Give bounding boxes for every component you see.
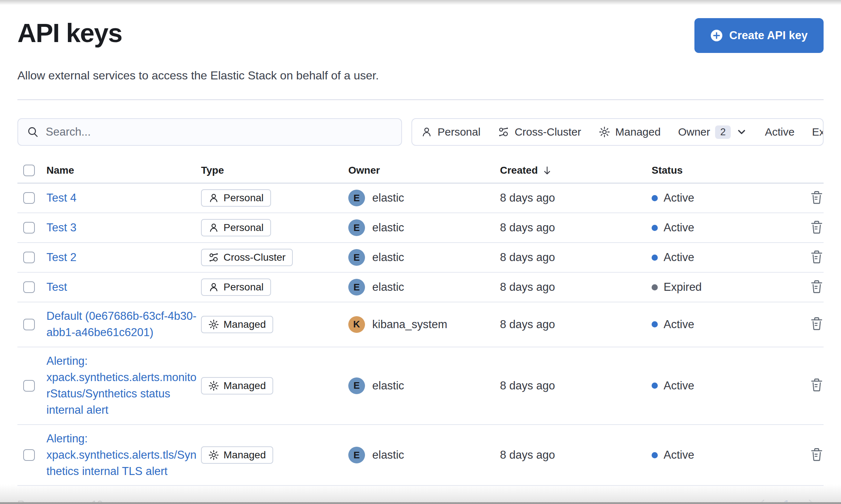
- gear-icon: [208, 319, 219, 330]
- api-key-name-link[interactable]: Test 2: [46, 249, 79, 266]
- owner-count-badge: 2: [715, 125, 731, 139]
- filter-expired-button[interactable]: Expired: [803, 119, 824, 145]
- delete-api-key-button[interactable]: [810, 191, 824, 206]
- created-cell: 8 days ago: [500, 191, 652, 205]
- column-header-owner: Owner: [348, 165, 500, 176]
- row-checkbox[interactable]: [23, 192, 35, 204]
- api-key-name-link[interactable]: Test 3: [46, 220, 79, 236]
- owner-avatar: E: [348, 447, 365, 463]
- table-row: Test 2 Cross-Cluster E elastic 8 days ag…: [17, 243, 824, 273]
- table-row: Alerting: xpack.synthetics.alerts.monito…: [17, 347, 824, 425]
- api-keys-page: API keys Create API key Allow external s…: [0, 0, 841, 504]
- trash-icon: [810, 448, 824, 462]
- filter-owner-dropdown[interactable]: Owner 2: [669, 119, 756, 145]
- delete-api-key-button[interactable]: [810, 448, 824, 463]
- status-cell: Active: [652, 379, 797, 392]
- owner-avatar: K: [348, 316, 365, 333]
- owner-name: kibana_system: [372, 318, 447, 331]
- status-label: Active: [664, 449, 694, 462]
- gear-icon: [599, 126, 610, 138]
- trash-icon: [810, 317, 824, 331]
- type-badge: Managed: [201, 377, 273, 394]
- select-all-checkbox[interactable]: [23, 165, 35, 176]
- plus-in-circle-icon: [710, 29, 723, 42]
- api-key-name-link[interactable]: Default (0e67686b-63cf-4b30-abb1-a46be61…: [46, 308, 201, 341]
- status-cell: Expired: [652, 281, 797, 294]
- gear-icon: [208, 450, 219, 460]
- toolbar: Personal Cross-Cluster Managed Owner 2 A…: [17, 118, 824, 146]
- api-key-name-link[interactable]: Alerting: xpack.synthetics.alerts.monito…: [46, 353, 201, 418]
- created-cell: 8 days ago: [500, 251, 652, 264]
- window-bottom-shadow: [0, 484, 841, 504]
- api-key-name-link[interactable]: Alerting: xpack.synthetics.alerts.tls/Sy…: [46, 431, 201, 480]
- type-badge: Cross-Cluster: [201, 249, 293, 266]
- row-checkbox[interactable]: [23, 252, 35, 263]
- search-icon: [27, 126, 39, 138]
- filter-managed-button[interactable]: Managed: [590, 119, 669, 145]
- status-dot: [652, 321, 658, 327]
- filter-personal-button[interactable]: Personal: [412, 119, 489, 145]
- created-cell: 8 days ago: [500, 449, 652, 462]
- status-label: Active: [664, 191, 694, 205]
- created-cell: 8 days ago: [500, 281, 652, 294]
- status-dot: [652, 284, 658, 290]
- status-label: Active: [664, 318, 694, 331]
- cluster-icon: [208, 252, 219, 263]
- user-icon: [421, 126, 432, 138]
- search-box: [17, 118, 402, 146]
- page-title: API keys: [17, 17, 122, 49]
- row-checkbox[interactable]: [23, 222, 35, 234]
- row-checkbox[interactable]: [23, 319, 35, 330]
- column-header-created-sort[interactable]: Created: [500, 165, 652, 176]
- status-label: Active: [664, 251, 694, 264]
- row-checkbox[interactable]: [23, 380, 35, 392]
- delete-api-key-button[interactable]: [810, 378, 824, 393]
- filter-expired-label: Expired: [812, 126, 824, 138]
- table-row: Test Personal E elastic 8 days ago Expir…: [17, 273, 824, 302]
- delete-api-key-button[interactable]: [810, 250, 824, 265]
- search-input[interactable]: [46, 125, 393, 139]
- owner-name: elastic: [372, 191, 404, 205]
- row-checkbox[interactable]: [23, 449, 35, 461]
- column-header-name: Name: [46, 165, 201, 176]
- status-dot: [652, 255, 658, 261]
- owner-name: elastic: [372, 379, 404, 392]
- filter-cross-cluster-label: Cross-Cluster: [514, 126, 581, 138]
- owner-name: elastic: [372, 251, 404, 264]
- user-icon: [208, 282, 219, 293]
- trash-icon: [810, 220, 824, 234]
- create-api-key-button[interactable]: Create API key: [694, 18, 824, 53]
- table-row: Test 3 Personal E elastic 8 days ago Act…: [17, 213, 824, 243]
- filter-active-button[interactable]: Active: [756, 119, 803, 145]
- delete-api-key-button[interactable]: [810, 317, 824, 332]
- row-checkbox[interactable]: [23, 281, 35, 293]
- created-cell: 8 days ago: [500, 221, 652, 234]
- user-icon: [208, 222, 219, 233]
- status-label: Active: [664, 221, 694, 234]
- filter-cross-cluster-button[interactable]: Cross-Cluster: [489, 119, 590, 145]
- owner-avatar: E: [348, 377, 365, 394]
- column-header-type: Type: [201, 165, 348, 176]
- delete-api-key-button[interactable]: [810, 220, 824, 235]
- api-key-name-link[interactable]: Test 4: [46, 190, 79, 206]
- page-subtitle: Allow external services to access the El…: [17, 67, 824, 84]
- trash-icon: [810, 191, 824, 205]
- trash-icon: [810, 250, 824, 264]
- status-dot: [652, 225, 658, 231]
- delete-api-key-button[interactable]: [810, 280, 824, 295]
- gear-icon: [208, 380, 219, 391]
- status-cell: Active: [652, 221, 797, 234]
- status-cell: Active: [652, 251, 797, 264]
- owner-avatar: E: [348, 219, 365, 236]
- status-label: Expired: [664, 281, 702, 294]
- status-dot: [652, 383, 658, 389]
- chevron-down-icon: [736, 126, 747, 138]
- table-row: Alerting: xpack.synthetics.alerts.tls/Sy…: [17, 425, 824, 486]
- type-badge: Personal: [201, 278, 271, 296]
- status-label: Active: [664, 379, 694, 392]
- type-badge: Managed: [201, 316, 273, 333]
- table-row: Test 4 Personal E elastic 8 days ago Act…: [17, 183, 824, 213]
- api-key-name-link[interactable]: Test: [46, 279, 69, 296]
- api-keys-table: Name Type Owner Created Status Test 4 Pe…: [17, 165, 824, 486]
- status-cell: Active: [652, 318, 797, 331]
